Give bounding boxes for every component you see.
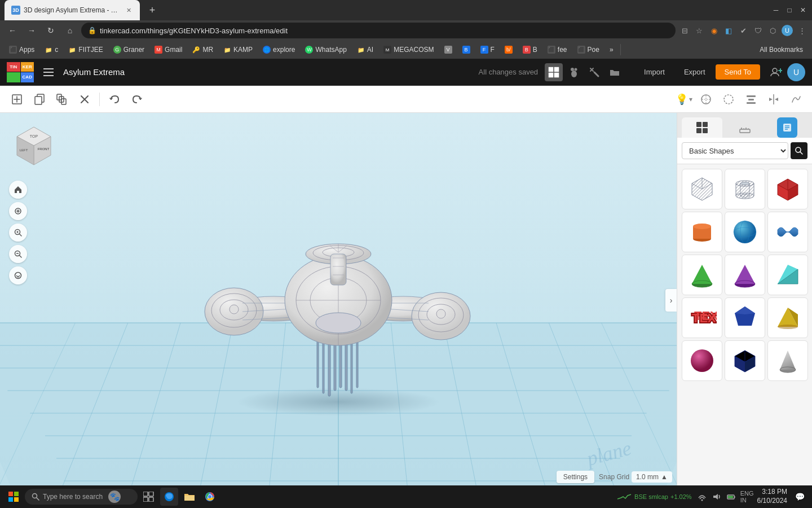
bookmark-b2[interactable]: B B (518, 44, 542, 55)
shape-diamond-blue[interactable] (725, 297, 765, 338)
bookmark-reddit[interactable]: b/ (500, 44, 517, 55)
home-button[interactable]: ⌂ (62, 23, 78, 38)
back-button[interactable]: ← (5, 23, 20, 38)
shapes-category-select[interactable]: Basic Shapes (682, 142, 788, 159)
volume-icon[interactable] (711, 491, 722, 502)
tab-close-button[interactable]: ✕ (124, 6, 133, 15)
shape-sphere-magenta[interactable] (682, 340, 722, 381)
add-user-icon[interactable] (767, 63, 785, 81)
url-box[interactable]: 🔒 tinkercad.com/things/gKGtENYkHD3-asylu… (81, 23, 676, 38)
home-view-button[interactable] (9, 181, 27, 199)
circle-select-icon[interactable] (720, 90, 738, 108)
shape-wavy-blue[interactable] (767, 212, 808, 252)
folder-icon[interactable] (606, 63, 624, 81)
collections-icon[interactable]: ◧ (723, 25, 734, 36)
panel-tab-notes[interactable] (767, 117, 807, 138)
bookmark-poe[interactable]: ⬛ Poe (573, 44, 604, 55)
all-bookmarks-button[interactable]: All Bookmarks (755, 44, 807, 55)
shape-sphere-blue[interactable] (725, 212, 765, 252)
bookmark-whatsapp[interactable]: W WhatsApp (301, 44, 351, 55)
start-button[interactable] (5, 488, 23, 506)
lighting-dropdown[interactable]: 💡 ▾ (676, 93, 692, 106)
task-view-button[interactable] (140, 488, 158, 506)
extensions-icon[interactable]: ⬡ (767, 25, 778, 36)
align-icon[interactable] (742, 90, 760, 108)
shape-outline-icon[interactable] (697, 90, 715, 108)
freehand-icon[interactable] (787, 90, 805, 108)
shape-pyramid-yellow[interactable] (767, 297, 808, 338)
system-clock[interactable]: 3:18 PM 6/10/2024 (757, 488, 787, 505)
notification-center-button[interactable]: 💬 (792, 489, 807, 505)
bookmark-explore[interactable]: 🌐 explore (258, 44, 299, 55)
edge-browser-taskbar-icon[interactable] (160, 488, 178, 506)
move-tool-button[interactable] (7, 89, 27, 110)
shapes-search-button[interactable] (791, 142, 807, 159)
rss-icon[interactable]: ◉ (708, 25, 720, 36)
bookmark-megacosm[interactable]: M MEGACOSM (379, 44, 438, 55)
shield-icon[interactable]: 🛡 (752, 25, 764, 36)
taskbar-search-bar[interactable]: Type here to search 🐾 (25, 489, 138, 505)
bookmark-icon[interactable]: ☆ (694, 25, 705, 36)
panel-collapse-button[interactable]: › (665, 289, 677, 312)
copy-tool-button[interactable] (29, 89, 50, 110)
shape-cube-red[interactable] (767, 169, 808, 209)
send-to-button[interactable]: Send To (716, 64, 760, 80)
battery-icon[interactable] (726, 491, 737, 502)
check-icon[interactable]: ✔ (738, 25, 749, 36)
chrome-taskbar-icon[interactable] (201, 488, 219, 506)
mirror-icon[interactable] (765, 90, 783, 108)
cast-icon[interactable]: ⊟ (679, 25, 690, 36)
bookmark-apps[interactable]: ⬛ Apps (5, 44, 39, 55)
tinkercad-logo[interactable]: TIN KER CAD (7, 62, 34, 82)
shape-box-blue[interactable] (725, 340, 765, 381)
shape-cylinder-orange[interactable] (682, 212, 722, 252)
shape-cone-gray[interactable] (767, 340, 808, 381)
bookmark-f[interactable]: F F (476, 44, 499, 55)
zoom-out-button[interactable] (9, 245, 27, 263)
language-indicator[interactable]: ENG IN (742, 491, 753, 502)
bottom-view-button[interactable] (9, 266, 27, 284)
undo-button[interactable] (104, 89, 125, 110)
panel-tab-ruler[interactable] (725, 117, 765, 138)
shape-wedge-teal[interactable] (767, 255, 808, 295)
bookmark-kamp[interactable]: 📁 KAMP (219, 44, 257, 55)
file-explorer-taskbar-icon[interactable] (180, 488, 198, 506)
view-cube[interactable]: TOP LEFT FRONT (11, 124, 56, 169)
shape-cone-purple[interactable] (725, 255, 765, 295)
grid-view-icon[interactable] (545, 63, 563, 81)
new-tab-button[interactable]: + (144, 2, 160, 18)
bookmarks-more-button[interactable]: » (605, 44, 618, 55)
import-button[interactable]: Import (635, 64, 674, 80)
bookmark-gmail[interactable]: M Gmail (150, 44, 187, 55)
shape-cone-green[interactable] (682, 255, 722, 295)
bookmark-v[interactable]: V (440, 44, 457, 55)
menu-button[interactable]: ⋮ (796, 25, 807, 36)
viewport[interactable]: TOP LEFT FRONT (0, 113, 677, 488)
snap-grid-value[interactable]: 1.0 mm ▲ (632, 471, 672, 483)
paw-icon[interactable] (565, 63, 583, 81)
forward-button[interactable]: → (24, 23, 39, 38)
delete-button[interactable] (74, 89, 95, 110)
redo-button[interactable] (127, 89, 147, 110)
profile-icon[interactable]: U (782, 25, 793, 36)
shape-cylinder-hole[interactable] (725, 169, 765, 209)
multi-copy-button[interactable] (52, 89, 72, 110)
bookmark-graner[interactable]: G Graner (109, 44, 149, 55)
refresh-button[interactable]: ↻ (43, 23, 59, 38)
bookmark-mr[interactable]: 🔑 MR (188, 44, 218, 55)
user-avatar[interactable]: U (787, 63, 805, 81)
settings-button[interactable]: Settings (557, 471, 594, 483)
bookmark-folder-c[interactable]: 📁 c (40, 44, 63, 55)
browser-tab[interactable]: 3D 3D design Asylum Extrema - Ti... ✕ (5, 0, 140, 20)
bookmark-fee[interactable]: ⬛ fee (543, 44, 572, 55)
zoom-fit-button[interactable] (9, 202, 27, 220)
minimize-button[interactable]: ─ (771, 6, 780, 15)
zoom-in-button[interactable] (9, 224, 27, 242)
bookmark-ai[interactable]: 📁 AI (352, 44, 378, 55)
bookmark-fiitjee[interactable]: 📁 FIITJEE (64, 44, 107, 55)
hamburger-menu-button[interactable] (41, 64, 56, 80)
export-button[interactable]: Export (675, 64, 714, 80)
bookmark-b1[interactable]: B (458, 44, 475, 55)
network-icon[interactable] (696, 491, 708, 502)
close-button[interactable]: ✕ (798, 6, 807, 15)
